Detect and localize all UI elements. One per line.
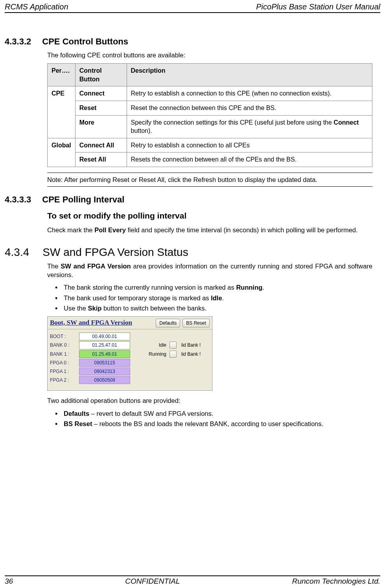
th-ctrl: Control Button [75, 64, 127, 86]
list-item: The bank used for temporary storage is m… [55, 294, 372, 302]
li-part: The bank storing the currently running v… [64, 284, 236, 291]
heading-number: 4.3.4 [5, 246, 29, 259]
li-part: The bank used for temporary storage is m… [64, 294, 211, 301]
cpe-buttons-table: Per…. Control Button Description CPE Con… [47, 63, 372, 167]
cell-per: Global [48, 138, 76, 167]
panel-row: BANK 1 :01.25.49.01Runninglid Bank ! [50, 350, 210, 358]
panel-row-value: 01.25.49.01 [79, 350, 130, 358]
panel-row: FPGA 0 :09053115 [50, 359, 210, 367]
cell-btn: Connect All [75, 138, 127, 153]
note: Note: After performing Reset or Reset Al… [47, 173, 372, 187]
body: 4.3.3.2 CPE Control Buttons The followin… [5, 13, 380, 428]
table-row: Global Connect All Retry to establish a … [48, 138, 372, 153]
footer-right: Runcom Technologies Ltd. [292, 577, 380, 586]
version-panel: Boot, SW and FPGA Version Defaults BS Re… [47, 316, 212, 391]
heading-text: CPE Control Buttons [42, 37, 128, 47]
panel-row-value: 09053115 [79, 359, 130, 367]
header-right: PicoPlus Base Station User Manual [256, 2, 380, 11]
cell-btn: More [75, 115, 127, 138]
cell-btn: Reset All [75, 153, 127, 167]
li-part: . [262, 284, 264, 291]
li-part: – revert to default SW and FPGA versions… [89, 410, 213, 417]
panel-body: BOOT :00.49.00.01BANK 0 :01.25.47.01Idle… [48, 329, 212, 390]
li-part: Use the [64, 305, 88, 312]
th-per: Per…. [48, 64, 76, 86]
th-desc: Description [127, 64, 372, 86]
desc-bold: Connect [333, 119, 359, 126]
lid-bank-button[interactable] [169, 351, 177, 358]
table-row: Reset All Resets the connection between … [48, 153, 372, 167]
section-4333-body: To set or modify the polling interval Ch… [47, 210, 372, 234]
desc-part: button). [131, 127, 152, 134]
panel-header-buttons: Defaults BS Reset [156, 319, 210, 327]
lid-bank-label: lid Bank ! [181, 351, 201, 357]
table-row: CPE Connect Retry to establish a connect… [48, 86, 372, 101]
heading-text: SW and FPGA Version Status [42, 246, 188, 259]
para-bold: Poll Every [94, 226, 126, 233]
cell-per: CPE [48, 86, 76, 138]
heading-number: 4.3.3.3 [5, 195, 31, 205]
panel-row-label: FPGA 1 : [50, 368, 76, 375]
panel-title: Boot, SW and FPGA Version [50, 318, 153, 327]
intro-para: The following CPE control buttons are av… [47, 51, 372, 59]
header-left: RCMS Application [5, 2, 68, 11]
table-row: More Specify the connection settings for… [48, 115, 372, 138]
footer-center: CONFIDENTIAL [125, 577, 180, 586]
panel-row: BOOT :00.49.00.01 [50, 333, 210, 340]
bs-reset-button[interactable]: BS Reset [182, 319, 210, 327]
cell-btn: Reset [75, 101, 127, 116]
panel-header: Boot, SW and FPGA Version Defaults BS Re… [48, 317, 212, 329]
table-header-row: Per…. Control Button Description [48, 64, 372, 86]
list-item: Use the Skip button to switch between th… [55, 304, 372, 312]
para-part: field and specify the time interval (in … [126, 226, 358, 233]
ops-para: Two additional operation buttons are pro… [47, 396, 372, 405]
panel-row-value: 01.25.47.01 [79, 341, 130, 349]
section-434-body: The SW and FPGA Version area provides in… [47, 262, 372, 428]
li-bold: Idle [211, 294, 222, 301]
page: RCMS Application PicoPlus Base Station U… [0, 0, 385, 588]
list-item: Defaults – revert to default SW and FPGA… [55, 409, 372, 418]
para-part: Check mark the [47, 226, 94, 233]
heading-number: 4.3.3.2 [5, 37, 31, 47]
cell-desc: Reset the connection between this CPE an… [127, 101, 372, 116]
bullets-version: The bank storing the currently running v… [47, 283, 372, 312]
cell-desc: Specify the connection settings for this… [127, 115, 372, 138]
panel-row: FPGA 1 :09042313 [50, 368, 210, 375]
heading-text: CPE Polling Interval [42, 195, 124, 205]
heading-434: 4.3.4 SW and FPGA Version Status [5, 246, 372, 259]
section-4332-body: The following CPE control buttons are av… [47, 51, 372, 187]
defaults-button[interactable]: Defaults [156, 319, 180, 327]
panel-row: BANK 0 :01.25.47.01Idlelid Bank ! [50, 341, 210, 349]
panel-row-label: BOOT : [50, 333, 76, 340]
li-bold: Defaults [64, 410, 89, 417]
cell-desc: Resets the connection between all of the… [127, 153, 372, 167]
cell-desc: Retry to establish a connection to all C… [127, 138, 372, 153]
page-footer: 36 CONFIDENTIAL Runcom Technologies Ltd. [5, 575, 380, 586]
cell-desc: Retry to establish a connection to this … [127, 86, 372, 101]
lid-bank-label: lid Bank ! [181, 342, 201, 348]
panel-row-value: 00.49.00.01 [79, 333, 130, 340]
list-item: BS Reset – reboots the BS and loads the … [55, 419, 372, 428]
li-part: . [222, 294, 224, 301]
desc-part: Specify the connection settings for this… [131, 119, 334, 126]
panel-row-label: FPGA 0 : [50, 360, 76, 366]
polling-para: Check mark the Poll Every field and spec… [47, 226, 372, 234]
table-row: Reset Reset the connection between this … [48, 101, 372, 116]
li-part: button to switch between the banks. [101, 305, 206, 312]
lid-bank-button[interactable] [169, 342, 177, 349]
page-header: RCMS Application PicoPlus Base Station U… [5, 2, 380, 13]
li-bold: BS Reset [64, 420, 92, 427]
ver-para: The SW and FPGA Version area provides in… [47, 262, 372, 279]
panel-row-label: BANK 0 : [50, 342, 76, 348]
panel-row-label: BANK 1 : [50, 351, 76, 357]
bullets-ops: Defaults – revert to default SW and FPGA… [47, 409, 372, 428]
para-part: The [47, 263, 61, 270]
subheading: To set or modify the polling interval [47, 210, 372, 221]
cell-btn: Connect [75, 86, 127, 101]
footer-page-number: 36 [5, 577, 13, 586]
panel-row-label: FPGA 2 : [50, 377, 76, 383]
heading-4333: 4.3.3.3 CPE Polling Interval [5, 195, 372, 205]
li-bold: Skip [88, 305, 101, 312]
li-bold: Running [236, 284, 262, 291]
panel-row-value: 09050508 [79, 376, 130, 384]
